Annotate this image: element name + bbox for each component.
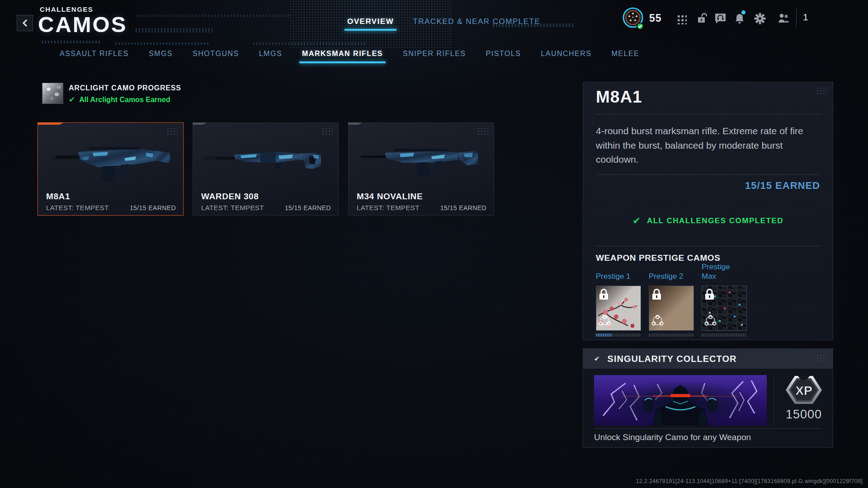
glitch-decoration bbox=[115, 42, 210, 45]
prestige-1-column: Prestige 1 bbox=[596, 272, 641, 337]
prestige-2-camo-swatch[interactable] bbox=[649, 286, 694, 331]
divider bbox=[594, 428, 822, 429]
tab-shotguns[interactable]: SHOTGUNS bbox=[193, 50, 239, 63]
weapon-card-warden-308[interactable]: WARDEN 308 LATEST: TEMPEST 15/15 EARNED bbox=[193, 122, 339, 216]
arclight-status-text: All Arclight Camos Earned bbox=[79, 96, 170, 104]
notifications-bell-icon[interactable] bbox=[734, 13, 745, 26]
settings-gear-icon[interactable] bbox=[754, 13, 766, 26]
party-count: 1 bbox=[803, 12, 808, 23]
weapon-category-tabs: ASSAULT RIFLES SMGS SHOTGUNS LMGS MARKSM… bbox=[60, 50, 639, 63]
prestige-max-progress-bar bbox=[702, 333, 747, 337]
prestige-2-column: Prestige 2 bbox=[649, 272, 694, 337]
prestige-2-progress-bar bbox=[649, 333, 694, 337]
apps-grid-icon[interactable] bbox=[676, 14, 687, 24]
tab-overview[interactable]: OVERVIEW bbox=[347, 17, 394, 31]
player-rank-emblem[interactable] bbox=[622, 7, 645, 32]
glitch-decoration bbox=[136, 28, 212, 33]
top-tab-bar: OVERVIEW TRACKED & NEAR COMPLETE bbox=[347, 17, 540, 31]
arclight-progress-status: ✔ All Arclight Camos Earned bbox=[69, 95, 170, 104]
weapon-earned-count: 15/15 EARNED bbox=[440, 204, 486, 211]
tab-overview-label: OVERVIEW bbox=[347, 17, 394, 26]
singularity-description: Unlock Singularity Camo for any Weapon bbox=[594, 432, 751, 442]
prestige-2-label: Prestige 2 bbox=[649, 272, 694, 282]
mastery-icon bbox=[599, 315, 611, 328]
camos-screen: CHALLENGES CAMOS OVERVIEW TRACKED & NEAR… bbox=[0, 0, 868, 488]
tab-melee[interactable]: MELEE bbox=[612, 50, 640, 63]
weapon-render-icon bbox=[359, 133, 484, 186]
prestige-1-camo-swatch[interactable] bbox=[596, 286, 641, 331]
arclight-camo-thumbnail bbox=[42, 83, 63, 104]
unlock-icon[interactable] bbox=[696, 13, 707, 25]
weapon-latest-camo: LATEST: TEMPEST bbox=[357, 204, 420, 211]
build-version: 12.2.24679191[24-113.1044]10689+11:[7400… bbox=[636, 478, 863, 484]
prestige-1-label: Prestige 1 bbox=[596, 272, 641, 282]
xp-medal-icon: XP bbox=[783, 372, 825, 409]
lock-icon bbox=[599, 288, 609, 302]
weapon-render-icon bbox=[49, 133, 172, 186]
tab-label: LMGS bbox=[259, 50, 282, 57]
selected-corner-accent bbox=[38, 122, 64, 125]
mastery-icon bbox=[704, 315, 717, 328]
weapon-latest-camo: LATEST: TEMPEST bbox=[201, 204, 264, 211]
social-friends-icon[interactable] bbox=[778, 13, 789, 26]
tab-lmgs[interactable]: LMGS bbox=[259, 50, 282, 63]
tab-assault-rifles[interactable]: ASSAULT RIFLES bbox=[60, 50, 129, 63]
corner-accent bbox=[193, 122, 207, 125]
tab-tracked-near-complete[interactable]: TRACKED & NEAR COMPLETE bbox=[413, 17, 540, 31]
weapon-earned-count: 15/15 EARNED bbox=[285, 204, 331, 211]
weapon-card-m8a1[interactable]: M8A1 LATEST: TEMPEST 15/15 EARNED bbox=[38, 122, 184, 216]
challenges-complete-text: ALL CHALLENGES COMPLETED bbox=[647, 216, 783, 225]
glitch-decoration bbox=[136, 14, 289, 17]
glitch-decoration bbox=[42, 41, 100, 43]
detail-weapon-title: M8A1 bbox=[596, 88, 642, 107]
notification-dot bbox=[741, 10, 745, 14]
arclight-progress-title: ARCLIGHT CAMO PROGRESS bbox=[69, 84, 181, 92]
weapon-name: M34 NOVALINE bbox=[357, 192, 423, 202]
tab-label: SHOTGUNS bbox=[193, 50, 239, 57]
tab-launchers[interactable]: LAUNCHERS bbox=[541, 50, 591, 63]
weapon-name: WARDEN 308 bbox=[201, 192, 259, 202]
progress-fill bbox=[596, 333, 612, 337]
weapon-render-icon bbox=[203, 133, 329, 186]
prestige-max-camo-swatch[interactable] bbox=[702, 286, 747, 331]
active-tab-underline bbox=[344, 29, 396, 31]
xp-value: 15000 bbox=[779, 408, 828, 422]
check-icon: ✔ bbox=[594, 355, 600, 363]
tab-label: ASSAULT RIFLES bbox=[60, 50, 129, 57]
corner-accent bbox=[348, 122, 363, 125]
tab-label: SMGS bbox=[149, 50, 173, 57]
header-divider bbox=[796, 8, 797, 27]
panel-divider bbox=[774, 375, 774, 426]
page-title: CAMOS bbox=[38, 12, 127, 37]
rank-emblem-icon bbox=[622, 7, 645, 30]
detail-weapon-description: 4-round burst marksman rifle. Extreme ra… bbox=[596, 124, 812, 167]
weapon-detail-panel: M8A1 4-round burst marksman rifle. Extre… bbox=[583, 82, 833, 340]
prestige-camo-row: Prestige 1 bbox=[596, 262, 747, 337]
active-tab-underline bbox=[299, 61, 386, 63]
tab-label: MARKSMAN RIFLES bbox=[302, 50, 383, 57]
tab-label: LAUNCHERS bbox=[541, 50, 591, 57]
tab-label: PISTOLS bbox=[486, 50, 521, 57]
chat-headset-icon[interactable] bbox=[714, 13, 726, 26]
prestige-max-column: Prestige Max bbox=[702, 262, 747, 337]
lock-icon bbox=[651, 288, 662, 302]
detail-earned-count: 15/15 EARNED bbox=[745, 180, 820, 192]
back-button[interactable] bbox=[17, 15, 33, 31]
tab-tracked-label: TRACKED & NEAR COMPLETE bbox=[413, 17, 540, 26]
weapon-name: M8A1 bbox=[46, 192, 70, 202]
tab-sniper-rifles[interactable]: SNIPER RIFLES bbox=[403, 50, 466, 63]
prestige-camos-heading: WEAPON PRESTIGE CAMOS bbox=[596, 253, 720, 263]
dots-decoration bbox=[816, 87, 827, 95]
tab-smgs[interactable]: SMGS bbox=[149, 50, 173, 63]
tab-label: MELEE bbox=[612, 50, 640, 57]
divider bbox=[596, 114, 820, 114]
prestige-1-progress-bar bbox=[596, 333, 641, 337]
tab-pistols[interactable]: PISTOLS bbox=[486, 50, 521, 63]
check-icon: ✔ bbox=[632, 215, 642, 227]
glitch-decoration bbox=[253, 42, 366, 45]
weapon-card-m34-novaline[interactable]: M34 NOVALINE LATEST: TEMPEST 15/15 EARNE… bbox=[348, 122, 494, 216]
tab-marksman-rifles[interactable]: MARKSMAN RIFLES bbox=[302, 50, 383, 63]
mastery-icon bbox=[651, 315, 664, 328]
singularity-collector-panel[interactable]: ✔ SINGULARITY COLLECTOR bbox=[583, 348, 833, 448]
xp-label: XP bbox=[795, 384, 812, 398]
